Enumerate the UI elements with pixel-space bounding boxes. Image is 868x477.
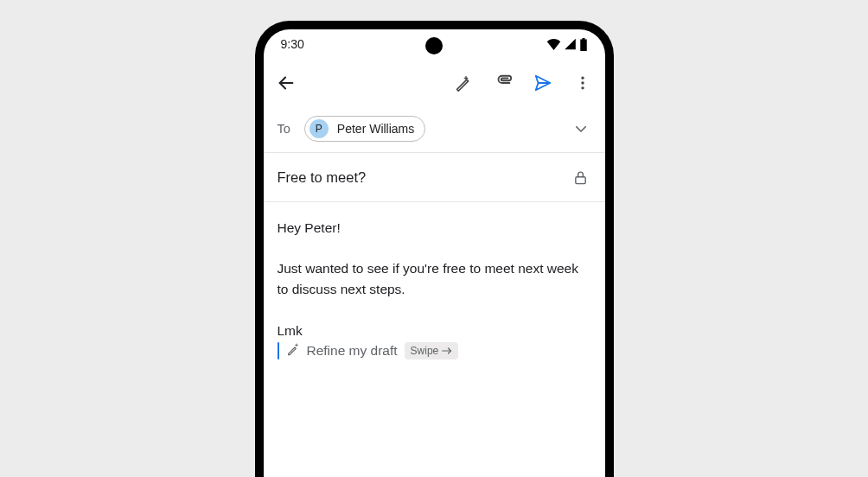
chevron-down-icon bbox=[573, 121, 589, 137]
send-icon bbox=[533, 73, 552, 92]
send-button[interactable] bbox=[533, 73, 553, 93]
arrow-right-icon bbox=[442, 347, 452, 354]
recipient-chip[interactable]: P Peter Williams bbox=[304, 116, 425, 142]
phone-frame: 9:30 To bbox=[255, 21, 614, 477]
more-options-button[interactable] bbox=[572, 73, 593, 93]
svg-point-3 bbox=[581, 81, 584, 84]
magic-compose-button[interactable] bbox=[453, 73, 474, 93]
status-time: 9:30 bbox=[281, 37, 304, 51]
camera-hole bbox=[425, 37, 443, 54]
lock-icon bbox=[573, 169, 588, 186]
svg-point-4 bbox=[581, 86, 584, 89]
signal-icon bbox=[564, 38, 577, 50]
svg-point-2 bbox=[581, 77, 584, 80]
refine-draft-suggestion[interactable]: Refine my draft Swipe bbox=[278, 342, 591, 359]
swipe-hint-badge: Swipe bbox=[405, 342, 459, 359]
back-button[interactable] bbox=[276, 73, 297, 93]
arrow-back-icon bbox=[277, 73, 296, 92]
to-field-row[interactable]: To P Peter Williams bbox=[264, 107, 605, 153]
more-vert-icon bbox=[574, 74, 591, 92]
subject-field-row[interactable]: Free to meet? bbox=[264, 153, 605, 202]
text-cursor bbox=[278, 342, 279, 359]
pencil-sparkle-icon bbox=[286, 342, 300, 359]
status-bar: 9:30 bbox=[264, 29, 605, 59]
refine-label: Refine my draft bbox=[307, 343, 398, 359]
body-text: Hey Peter! Just wanted to see if you're … bbox=[278, 218, 591, 340]
battery-icon bbox=[579, 38, 588, 51]
magic-wand-icon bbox=[454, 74, 472, 92]
compose-body-area[interactable]: Hey Peter! Just wanted to see if you're … bbox=[264, 202, 605, 375]
to-label: To bbox=[278, 122, 290, 136]
svg-rect-5 bbox=[576, 176, 585, 183]
swipe-label: Swipe bbox=[411, 345, 439, 357]
compose-app-bar bbox=[264, 59, 605, 107]
recipient-avatar: P bbox=[310, 119, 329, 138]
subject-text: Free to meet? bbox=[278, 169, 367, 186]
recipient-name: Peter Williams bbox=[337, 122, 414, 136]
attach-button[interactable] bbox=[493, 73, 514, 93]
status-icons bbox=[546, 38, 588, 51]
attachment-icon bbox=[493, 73, 514, 92]
confidential-mode-button[interactable] bbox=[571, 167, 591, 188]
expand-recipients-button[interactable] bbox=[571, 118, 591, 139]
wifi-icon bbox=[546, 38, 561, 50]
